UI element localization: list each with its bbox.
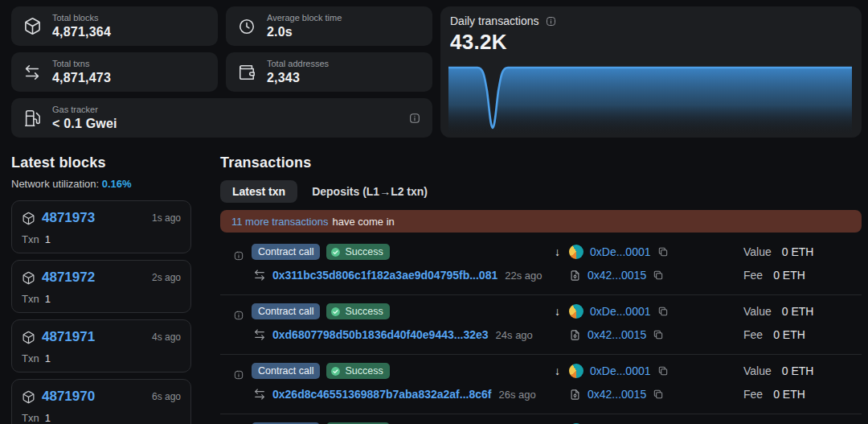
fee-label: Fee [743, 388, 763, 401]
block-txn-count[interactable]: 1 [45, 233, 51, 245]
stat-value: 4,871,473 [52, 70, 111, 85]
block-txn-label: Txn [22, 233, 39, 245]
stat-label: Total blocks [52, 13, 111, 23]
block-card: 4871970 6s ago Txn1 [11, 379, 191, 424]
transactions-tabs: Latest txn Deposits (L1→L2 txn) [220, 180, 862, 203]
block-txn-label: Txn [22, 412, 39, 424]
daily-transactions-chart [448, 65, 852, 136]
check-circle-icon [330, 366, 341, 377]
stats-grid: Total blocks 4,871,364 Average block tim… [11, 6, 432, 138]
from-address-link[interactable]: 0xDe...0001 [590, 364, 651, 377]
tx-hash-link[interactable]: 0xd6807798d50b1836d40f40e9443...32e3 [272, 328, 489, 341]
arrow-down-icon: ↓ [552, 364, 563, 377]
cube-icon [22, 331, 35, 344]
new-transactions-link[interactable]: 11 more transactions [231, 216, 328, 228]
tx-type-badge: Contract call [252, 244, 320, 260]
clock-icon [237, 18, 256, 35]
contract-icon [569, 329, 581, 341]
to-address-link[interactable]: 0x42...0015 [588, 328, 646, 341]
to-address-link[interactable]: 0x42...0015 [588, 269, 646, 282]
tx-status-badge: Success [326, 363, 389, 379]
tx-type-badge: Contract call [252, 303, 320, 319]
block-number-link[interactable]: 4871972 [42, 270, 95, 286]
cube-icon [23, 17, 42, 35]
main-content: Latest blocks Network utilization: 0.16%… [0, 154, 868, 424]
tx-status-badge: Success [326, 244, 389, 260]
stat-card-total-blocks: Total blocks 4,871,364 [11, 6, 218, 46]
chart-area-fill [448, 68, 852, 136]
jazzicon-avatar [569, 245, 583, 259]
copy-icon[interactable] [657, 246, 669, 257]
new-transactions-alert: 11 more transactions have come in [220, 210, 862, 233]
block-number-link[interactable]: 4871973 [42, 210, 95, 226]
copy-icon[interactable] [653, 389, 664, 400]
tab-latest-txn[interactable]: Latest txn [220, 180, 297, 203]
daily-transactions-card: Daily transactions 43.2K [440, 6, 862, 138]
tx-age: 26s ago [498, 389, 535, 401]
stat-value: < 0.1 Gwei [52, 116, 117, 131]
transaction-list: Contract call Success 0x311bc35d806c1f18… [220, 236, 862, 424]
copy-icon[interactable] [653, 329, 664, 340]
latest-blocks-panel: Latest blocks Network utilization: 0.16%… [11, 154, 191, 424]
table-row: Contract call Success 0x26d8c46551369887… [220, 355, 862, 414]
stat-label: Gas tracker [52, 105, 117, 115]
gas-pump-icon [23, 109, 42, 127]
check-circle-icon [330, 307, 341, 317]
wallet-icon [237, 64, 256, 81]
contract-icon [569, 270, 581, 282]
transfer-icon [253, 388, 266, 401]
from-address-link[interactable]: 0xDe...0001 [590, 305, 651, 318]
tx-age: 24s ago [496, 329, 533, 341]
tx-hash-link[interactable]: 0x26d8c46551369887b7aba832a2af...8c6f [272, 388, 491, 401]
table-row: Contract call Success 0x311bc35d806c1f18… [220, 236, 862, 295]
info-icon[interactable] [233, 310, 244, 321]
block-age: 2s ago [152, 272, 181, 283]
info-icon[interactable] [233, 250, 244, 261]
block-txn-count[interactable]: 1 [45, 293, 51, 305]
block-age: 1s ago [152, 212, 181, 224]
chart-current-value: 43.2K [450, 30, 852, 55]
fee-label: Fee [743, 269, 763, 282]
arrow-down-icon: ↓ [552, 245, 563, 258]
tx-hash-link[interactable]: 0x311bc35d806c1f182a3ae9d04795fb...081 [272, 269, 497, 282]
block-number-link[interactable]: 4871970 [42, 389, 95, 405]
info-icon[interactable] [545, 15, 557, 27]
stat-label: Average block time [267, 13, 342, 23]
stat-card-gas-tracker: Gas tracker < 0.1 Gwei [11, 98, 432, 138]
stat-label: Total addresses [267, 59, 329, 69]
block-list: 4871973 1s ago Txn1 4871972 2s ago Txn1 [11, 200, 191, 424]
transfer-icon [253, 269, 266, 282]
tx-status-badge: Success [326, 303, 389, 319]
block-txn-label: Txn [22, 352, 39, 364]
value-label: Value [743, 305, 772, 318]
stat-value: 4,871,364 [52, 24, 111, 39]
block-txn-count[interactable]: 1 [45, 352, 51, 364]
cube-icon [22, 271, 35, 285]
tx-age: 22s ago [505, 270, 542, 282]
block-txn-count[interactable]: 1 [45, 412, 51, 424]
fee-amount: 0 ETH [773, 328, 805, 341]
info-icon[interactable] [233, 369, 244, 381]
network-utilization-label: Network utilization: [11, 178, 99, 190]
block-txn-label: Txn [22, 293, 39, 305]
network-utilization: Network utilization: 0.16% [11, 178, 191, 190]
tab-deposits[interactable]: Deposits (L1→L2 txn) [305, 180, 434, 203]
stats-section: Total blocks 4,871,364 Average block tim… [0, 0, 868, 138]
block-age: 4s ago [152, 331, 181, 343]
tx-type-badge: Contract call [252, 363, 320, 379]
to-address-link[interactable]: 0x42...0015 [588, 388, 646, 401]
from-address-link[interactable]: 0xDe...0001 [590, 245, 651, 258]
arrow-down-icon: ↓ [552, 305, 563, 318]
info-icon[interactable] [408, 112, 421, 125]
value-amount: 0 ETH [782, 364, 814, 377]
chart-title: Daily transactions [450, 14, 539, 27]
value-label: Value [743, 245, 772, 258]
copy-icon[interactable] [653, 270, 664, 281]
copy-icon[interactable] [657, 365, 669, 377]
fee-label: Fee [743, 328, 763, 341]
copy-icon[interactable] [657, 306, 669, 317]
block-number-link[interactable]: 4871971 [42, 329, 95, 345]
fee-amount: 0 ETH [773, 269, 805, 282]
block-card: 4871973 1s ago Txn1 [11, 200, 191, 253]
stat-card-total-addresses: Total addresses 2,343 [226, 52, 432, 92]
